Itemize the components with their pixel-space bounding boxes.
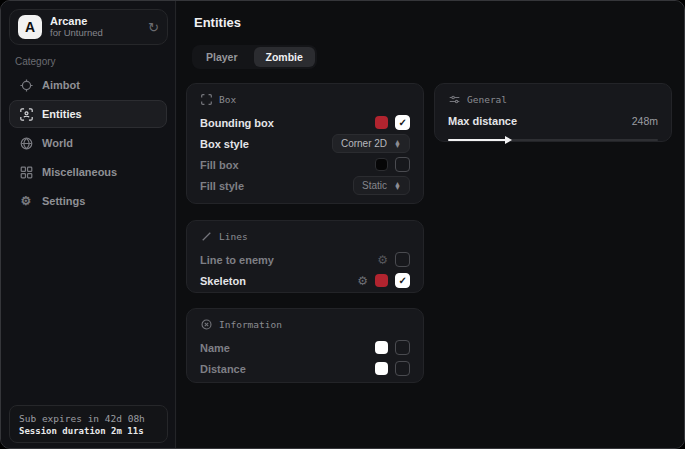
app-logo: A [18, 15, 42, 39]
entities-scan-icon [19, 107, 33, 121]
category-label: Category [15, 56, 56, 67]
app-window: A Arcane for Unturned ↻ Category Aimbot [0, 0, 685, 449]
name-label: Name [200, 342, 375, 354]
box-style-dropdown[interactable]: Corner 2D ▲▼ [332, 134, 410, 153]
skeleton-checkbox[interactable] [395, 273, 410, 288]
max-distance-slider[interactable] [448, 135, 658, 145]
fill-style-value: Static [362, 180, 387, 191]
app-name: Arcane [50, 15, 140, 28]
line-to-enemy-label: Line to enemy [200, 254, 377, 266]
sliders-icon [448, 93, 460, 105]
fill-style-row: Fill style Static ▲▼ [200, 175, 410, 196]
information-icon [200, 318, 212, 330]
lines-section-title: Lines [219, 231, 248, 242]
box-scan-icon [200, 93, 212, 105]
max-distance-row: Max distance 248m [448, 112, 658, 130]
entity-tabs: Player Zombie [192, 45, 317, 69]
name-checkbox[interactable] [395, 340, 410, 355]
max-distance-slider-thumb[interactable] [505, 136, 512, 144]
general-section-title: General [467, 94, 507, 105]
box-style-row: Box style Corner 2D ▲▼ [200, 133, 410, 154]
skeleton-settings-icon[interactable]: ⚙ [357, 274, 368, 288]
line-pencil-icon [200, 230, 212, 242]
max-distance-value: 248m [632, 115, 658, 127]
crosshair-icon [19, 78, 33, 92]
sidebar-item-aimbot[interactable]: Aimbot [9, 71, 167, 99]
sidebar-item-label: World [42, 137, 73, 149]
app-subtitle: for Unturned [50, 28, 140, 39]
refresh-icon[interactable]: ↻ [148, 20, 159, 35]
grid-icon [19, 165, 33, 179]
distance-checkbox[interactable] [395, 361, 410, 376]
name-color-swatch[interactable] [375, 341, 388, 354]
logo-card: A Arcane for Unturned ↻ [9, 9, 168, 45]
line-to-enemy-settings-icon[interactable]: ⚙ [377, 253, 388, 267]
sidebar-item-entities[interactable]: Entities [9, 100, 167, 128]
tab-zombie[interactable]: Zombie [254, 47, 315, 67]
fill-box-color-swatch[interactable] [375, 158, 388, 171]
subscription-card: Sub expires in 42d 08h Session duration … [9, 405, 168, 443]
gear-icon: ⚙ [19, 194, 33, 208]
chevron-up-down-icon: ▲▼ [394, 140, 401, 148]
line-to-enemy-row: Line to enemy ⚙ [200, 249, 410, 270]
bounding-box-row: Bounding box [200, 112, 410, 133]
skeleton-label: Skeleton [200, 275, 357, 287]
bounding-box-checkbox[interactable] [395, 115, 410, 130]
sidebar: A Arcane for Unturned ↻ Category Aimbot [1, 1, 176, 448]
sub-expiry-text: Sub expires in 42d 08h [19, 413, 158, 424]
chevron-up-down-icon: ▲▼ [394, 182, 401, 190]
information-section-card: Information Name Distance [186, 308, 424, 383]
box-style-label: Box style [200, 138, 332, 150]
globe-icon [19, 136, 33, 150]
lines-section-card: Lines Line to enemy ⚙ Skeleton ⚙ [186, 220, 424, 293]
box-section-card: Box Bounding box Box style Corner 2D ▲▼ … [186, 83, 424, 204]
main-panel: Entities Player Zombie Box Bounding box [177, 1, 684, 448]
skeleton-color-swatch[interactable] [375, 274, 388, 287]
distance-row: Distance [200, 358, 410, 379]
sidebar-nav: Aimbot Entities World [9, 71, 167, 216]
sidebar-item-label: Aimbot [42, 79, 80, 91]
box-style-value: Corner 2D [341, 138, 387, 149]
session-duration-text: Session duration 2m 11s [19, 426, 158, 436]
bounding-box-color-swatch[interactable] [375, 116, 388, 129]
general-section-card: General Max distance 248m [434, 83, 672, 142]
sidebar-item-label: Entities [42, 108, 82, 120]
page-title: Entities [194, 15, 241, 30]
information-section-title: Information [219, 319, 282, 330]
fill-box-row: Fill box [200, 154, 410, 175]
distance-color-swatch[interactable] [375, 362, 388, 375]
app-title-block: Arcane for Unturned [50, 15, 140, 39]
sidebar-item-miscellaneous[interactable]: Miscellaneous [9, 158, 167, 186]
fill-style-dropdown[interactable]: Static ▲▼ [353, 176, 410, 195]
line-to-enemy-checkbox[interactable] [395, 252, 410, 267]
sidebar-item-label: Settings [42, 195, 85, 207]
fill-style-label: Fill style [200, 180, 353, 192]
box-section-title: Box [219, 94, 236, 105]
sidebar-item-settings[interactable]: ⚙ Settings [9, 187, 167, 215]
max-distance-label: Max distance [448, 115, 632, 127]
max-distance-slider-fill [448, 139, 507, 141]
name-row: Name [200, 337, 410, 358]
skeleton-row: Skeleton ⚙ [200, 270, 410, 291]
tab-player[interactable]: Player [194, 47, 250, 67]
bounding-box-label: Bounding box [200, 117, 375, 129]
distance-label: Distance [200, 363, 375, 375]
fill-box-checkbox[interactable] [395, 157, 410, 172]
sidebar-item-label: Miscellaneous [42, 166, 117, 178]
sidebar-item-world[interactable]: World [9, 129, 167, 157]
fill-box-label: Fill box [200, 159, 375, 171]
